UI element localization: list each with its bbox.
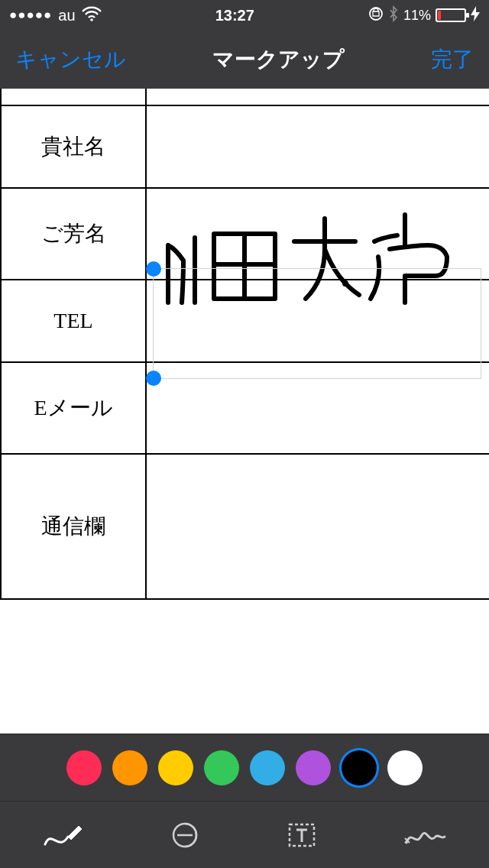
color-swatch-black[interactable] xyxy=(342,750,377,785)
row-label: ご芳名 xyxy=(1,188,146,280)
wifi-icon xyxy=(82,6,102,25)
carrier-label: au xyxy=(58,7,75,24)
row-label: TEL xyxy=(1,280,146,362)
status-bar: ●●●●● au 13:27 11% xyxy=(0,0,489,31)
row-label: 通信欄 xyxy=(1,454,146,599)
signal-dots-icon: ●●●●● xyxy=(9,8,52,23)
color-swatch-blue[interactable] xyxy=(250,750,285,785)
battery-icon xyxy=(436,8,466,22)
table-row: Eメール xyxy=(1,362,489,454)
nav-bar: キャンセル マークアップ 完了 xyxy=(0,31,489,89)
bluetooth-icon xyxy=(388,5,399,26)
signature-tool-button[interactable] xyxy=(403,821,446,849)
page-title: マークアップ xyxy=(212,45,345,74)
table-row: ご芳名 xyxy=(1,188,489,280)
color-swatch-purple[interactable] xyxy=(296,750,331,785)
table-row: 貴社名 xyxy=(1,105,489,188)
color-swatch-green[interactable] xyxy=(204,750,239,785)
table-row xyxy=(1,89,489,105)
charging-icon xyxy=(471,6,480,25)
pen-tool-button[interactable] xyxy=(44,821,83,849)
battery-pct-label: 11% xyxy=(403,8,431,24)
magnifier-tool-button[interactable] xyxy=(170,820,200,850)
rotation-lock-icon xyxy=(368,6,384,25)
row-value xyxy=(146,188,489,280)
row-label: 貴社名 xyxy=(1,105,146,188)
color-swatch-white[interactable] xyxy=(387,750,423,785)
color-swatch-orange[interactable] xyxy=(112,750,147,785)
done-button[interactable]: 完了 xyxy=(431,45,474,74)
row-label: Eメール xyxy=(1,362,146,454)
row-value xyxy=(146,454,489,599)
row-value xyxy=(146,105,489,188)
clock-label: 13:27 xyxy=(102,7,368,24)
color-swatch-yellow[interactable] xyxy=(158,750,193,785)
row-value xyxy=(146,280,489,362)
cancel-button[interactable]: キャンセル xyxy=(15,45,126,74)
form-table: 貴社名 ご芳名 TEL Eメール 通信欄 xyxy=(0,89,489,600)
table-row: 通信欄 xyxy=(1,454,489,599)
document-canvas[interactable]: 貴社名 ご芳名 TEL Eメール 通信欄 xyxy=(0,89,489,734)
markup-tool-bar xyxy=(0,801,489,868)
svg-point-0 xyxy=(90,18,93,21)
row-value xyxy=(146,362,489,454)
table-row: TEL xyxy=(1,280,489,362)
color-palette-bar xyxy=(0,734,489,801)
text-tool-button[interactable] xyxy=(287,820,317,850)
color-swatch-red[interactable] xyxy=(66,750,102,785)
